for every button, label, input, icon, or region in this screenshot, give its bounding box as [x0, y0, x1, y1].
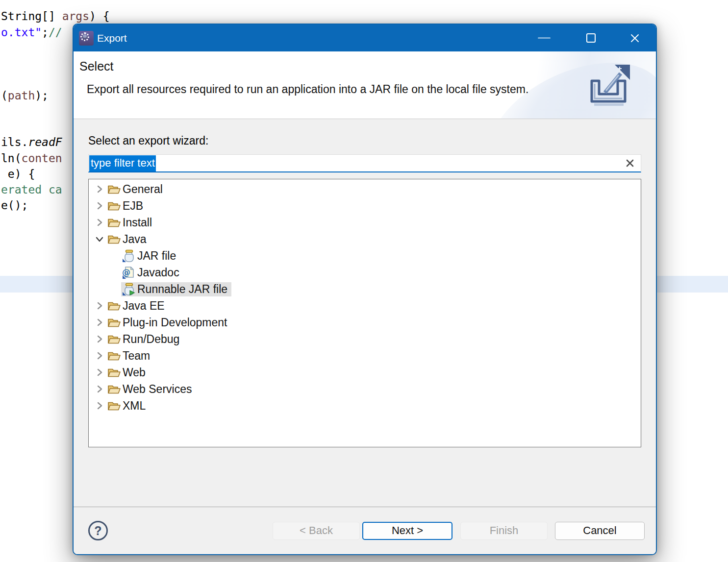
code-token: ); — [35, 89, 49, 102]
tree-item-label: Install — [123, 216, 152, 229]
code-token: path — [8, 89, 35, 102]
finish-button: Finish — [460, 522, 548, 540]
tree-item-box: JAR file — [121, 249, 180, 263]
tree-item-run-debug[interactable]: Run/Debug — [89, 331, 641, 347]
tree-item-java[interactable]: Java — [89, 231, 641, 247]
tree-item-label: Runnable JAR file — [137, 283, 227, 296]
folder-icon — [107, 349, 121, 363]
wizard-description: Export all resources required to run an … — [87, 83, 597, 96]
tree-item-label: JAR file — [137, 249, 176, 263]
tree-item-web[interactable]: Web — [89, 364, 641, 381]
javadoc-icon: @ — [122, 266, 135, 279]
next-button[interactable]: Next > — [362, 522, 452, 540]
chevron-right-icon[interactable] — [95, 318, 104, 327]
folder-icon — [107, 383, 121, 396]
tree-item-box: Team — [106, 349, 154, 363]
maximize-button[interactable] — [579, 24, 602, 51]
minimize-button[interactable] — [533, 24, 555, 51]
code-line: String[] args) { — [1, 10, 110, 23]
tree-item-box: Web Services — [106, 382, 196, 396]
code-line: erated ca — [1, 183, 62, 196]
code-token: String[] — [1, 10, 62, 23]
code-token: args — [62, 10, 89, 23]
dialog-footer: < BackNext >FinishCancel — [74, 507, 656, 554]
help-icon[interactable] — [88, 521, 108, 540]
tree-item-jar-file[interactable]: JAR file — [89, 247, 641, 264]
tree-item-javadoc[interactable]: @ Javadoc — [89, 264, 641, 281]
code-line: ils.readF — [1, 136, 62, 148]
tree-item-label: Plug-in Development — [123, 316, 227, 329]
code-token: ; — [42, 26, 49, 39]
code-line: ln(conten — [1, 152, 62, 165]
code-line: (path); — [1, 89, 49, 102]
chevron-right-icon[interactable] — [95, 201, 104, 211]
tree-item-label: Team — [123, 349, 150, 363]
tree-item-box: @ Javadoc — [121, 266, 183, 280]
wizard-page-title: Select — [79, 59, 113, 73]
maximize-icon — [586, 33, 596, 43]
clear-icon[interactable] — [625, 158, 635, 168]
chevron-right-icon[interactable] — [95, 184, 104, 194]
folder-icon — [107, 366, 121, 379]
tree-item-box: Install — [106, 216, 156, 230]
tree-item-box: Run/Debug — [106, 332, 183, 346]
tree-item-label: Web — [123, 366, 146, 379]
wizard-header: Select Export all resources required to … — [74, 51, 656, 119]
dialog-titlebar[interactable]: Export — [74, 24, 656, 51]
wizard-tree: General EJB Install Java JAR file @ Java… — [88, 179, 641, 447]
tree-item-box: Web — [106, 366, 150, 380]
code-token: // — [49, 26, 62, 39]
tree-item-box: General — [106, 182, 167, 196]
export-wizard-label: Select an export wizard: — [88, 134, 208, 147]
chevron-right-icon[interactable] — [95, 334, 104, 344]
tree-item-label: XML — [123, 399, 146, 413]
tree-item-label: General — [123, 183, 163, 196]
chevron-right-icon[interactable] — [95, 367, 104, 377]
tree-item-label: Run/Debug — [123, 333, 179, 346]
tree-item-plug-in-development[interactable]: Plug-in Development — [89, 314, 641, 331]
tree-item-label: Web Services — [123, 383, 192, 396]
filter-input-value: type filter text — [89, 155, 156, 171]
folder-icon — [107, 316, 121, 329]
chevron-down-icon[interactable] — [95, 234, 104, 244]
screen: { "colors": { "titlebar_blue": "#0b69b8"… — [0, 0, 728, 562]
folder-icon — [107, 233, 121, 246]
folder-icon — [107, 216, 121, 229]
runnable-jar-icon — [122, 283, 135, 296]
tree-item-install[interactable]: Install — [89, 214, 641, 231]
tree-item-box: Plug-in Development — [106, 316, 231, 330]
svg-text:@: @ — [122, 268, 130, 277]
code-token: e) { — [1, 168, 35, 180]
tree-item-runnable-jar-file[interactable]: Runnable JAR file — [89, 281, 641, 297]
tree-item-general[interactable]: General — [89, 181, 641, 197]
tree-item-box: Runnable JAR file — [121, 282, 231, 296]
tree-item-ejb[interactable]: EJB — [89, 197, 641, 214]
chevron-right-icon[interactable] — [95, 218, 104, 227]
code-token: erated ca — [1, 183, 62, 196]
code-line: o.txt";// — [1, 26, 62, 39]
code-token: ln( — [1, 152, 22, 165]
filter-input[interactable]: type filter text — [88, 154, 641, 172]
folder-icon — [107, 299, 121, 313]
chevron-right-icon[interactable] — [95, 301, 104, 311]
folder-icon — [107, 399, 121, 413]
footer-buttons: < BackNext >FinishCancel — [273, 522, 645, 540]
tree-item-label: EJB — [123, 199, 143, 213]
tree-item-team[interactable]: Team — [89, 347, 641, 364]
cancel-button[interactable]: Cancel — [555, 522, 645, 540]
chevron-right-icon[interactable] — [95, 384, 104, 394]
tree-item-java-ee[interactable]: Java EE — [89, 297, 641, 314]
code-token: readF — [28, 136, 62, 148]
code-line: e) { — [1, 168, 35, 180]
dialog-title: Export — [97, 32, 127, 44]
close-button[interactable] — [624, 24, 646, 51]
tree-item-xml[interactable]: XML — [89, 397, 641, 414]
jar-file-icon — [122, 249, 135, 263]
chevron-right-icon[interactable] — [95, 401, 104, 411]
tree-item-box: XML — [106, 399, 150, 413]
code-token: conten — [22, 152, 62, 165]
tree-item-web-services[interactable]: Web Services — [89, 381, 641, 397]
chevron-right-icon[interactable] — [95, 351, 104, 361]
code-token: o.txt" — [1, 26, 42, 39]
folder-icon — [107, 333, 121, 346]
